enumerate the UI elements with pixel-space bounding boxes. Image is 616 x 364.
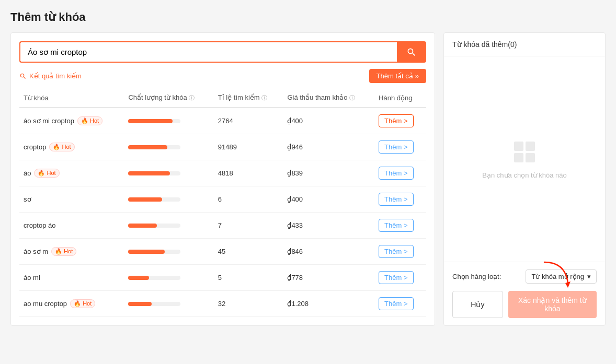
keyword-cell-inner: sơ: [24, 195, 120, 203]
action-cell: Thêm >: [374, 186, 426, 213]
table-row: sơ 6₫400Thêm >: [19, 186, 426, 213]
svg-marker-4: [565, 281, 571, 288]
price-cell: ₫400: [283, 108, 374, 134]
price-cell: ₫778: [283, 265, 374, 291]
results-label-text: Kết quả tìm kiếm: [29, 72, 82, 80]
quality-bar-container: [128, 171, 180, 175]
table-row: áo mi 5₫778Thêm >: [19, 265, 426, 291]
header-row: Từ khóa Chất lượng từ khóa ⓘ Tỉ lệ tìm k…: [19, 88, 426, 108]
table-body: áo sơ mi croptop 🔥 Hot 2764₫400Thêm > cr…: [19, 108, 426, 317]
search-row: Áo sơ mi croptop: [19, 41, 426, 63]
quality-bar-container: [128, 224, 180, 228]
keyword-cell-inner: áo 🔥 Hot: [24, 169, 120, 178]
cancel-button[interactable]: Hủy: [452, 291, 503, 318]
quality-bar: [128, 145, 167, 149]
table-row: croptop 🔥 Hot 91489₫946Thêm >: [19, 134, 426, 160]
svg-rect-2: [514, 153, 523, 162]
table-row: croptop áo 7₫433Thêm >: [19, 213, 426, 239]
keyword-text: áo: [24, 169, 31, 177]
hot-badge: 🔥 Hot: [51, 247, 76, 256]
red-arrow-hint: [539, 260, 571, 288]
search-icon: [406, 47, 417, 57]
action-cell: Thêm >: [374, 265, 426, 291]
keyword-cell-inner: áo sơ mi croptop 🔥 Hot: [24, 116, 120, 125]
quality-bar: [128, 197, 162, 202]
empty-icon: [512, 139, 537, 166]
keyword-text: áo sơ m: [24, 248, 48, 255]
search-rate-cell: 6: [214, 186, 283, 213]
right-panel-footer: Chọn hàng loạt: Từ khóa mở rộng ▾ Hủy Xá…: [444, 262, 605, 325]
add-keyword-button[interactable]: Thêm >: [379, 167, 413, 180]
quality-bar-container: [128, 276, 180, 280]
quality-bar-container: [128, 119, 180, 123]
quality-bar-container: [128, 197, 180, 202]
svg-rect-0: [514, 142, 523, 151]
col-keyword: Từ khóa: [19, 88, 124, 108]
table-row: ao mu croptop 🔥 Hot 32₫1.208Thêm >: [19, 291, 426, 317]
action-cell: Thêm >: [374, 213, 426, 239]
keyword-cell-inner: ao mu croptop 🔥 Hot: [24, 299, 120, 308]
results-row: Kết quả tìm kiếm Thêm tất cả »: [19, 69, 426, 83]
search-small-icon: [19, 73, 27, 80]
keyword-text: croptop: [24, 143, 46, 151]
add-all-label: Thêm tất cả: [377, 72, 413, 80]
confirm-button[interactable]: Xác nhận và thêm từ khóa: [508, 291, 597, 318]
keyword-cell: áo 🔥 Hot: [19, 160, 124, 186]
quality-cell: [124, 134, 213, 160]
keyword-cell-inner: áo mi: [24, 274, 120, 281]
add-keyword-button[interactable]: Thêm >: [379, 271, 413, 284]
add-keyword-button[interactable]: Thêm >: [379, 297, 413, 310]
keywords-table: Từ khóa Chất lượng từ khóa ⓘ Tỉ lệ tìm k…: [19, 88, 426, 317]
quality-bar: [128, 171, 170, 175]
quality-cell: [124, 108, 213, 134]
hot-badge: 🔥 Hot: [70, 299, 95, 308]
main-container: Áo sơ mi croptop Kết quả tìm kiếm Thêm t…: [10, 32, 606, 326]
price-cell: ₫400: [283, 186, 374, 213]
table-row: áo sơ mi croptop 🔥 Hot 2764₫400Thêm >: [19, 108, 426, 134]
quality-cell: [124, 186, 213, 213]
add-keyword-button[interactable]: Thêm >: [379, 140, 413, 154]
add-all-button[interactable]: Thêm tất cả »: [369, 69, 426, 83]
keyword-text: croptop áo: [24, 221, 55, 229]
keyword-text: áo mi: [24, 274, 40, 281]
price-cell: ₫1.208: [283, 291, 374, 317]
price-cell: ₫839: [283, 160, 374, 186]
add-keyword-button[interactable]: Thêm >: [379, 219, 413, 232]
select-row: Chọn hàng loạt: Từ khóa mở rộng ▾: [452, 269, 597, 284]
add-keyword-button[interactable]: Thêm >: [379, 114, 413, 127]
search-rate-cell: 32: [214, 291, 283, 317]
search-rate-cell: 7: [214, 213, 283, 239]
quality-cell: [124, 160, 213, 186]
keyword-cell: áo mi: [19, 265, 124, 291]
search-rate-cell: 4818: [214, 160, 283, 186]
search-rate-cell: 91489: [214, 134, 283, 160]
add-keyword-button[interactable]: Thêm >: [379, 245, 413, 258]
hot-badge: 🔥 Hot: [77, 116, 102, 125]
search-rate-cell: 5: [214, 265, 283, 291]
search-input[interactable]: Áo sơ mi croptop: [19, 41, 397, 63]
page-title: Thêm từ khóa: [10, 10, 606, 24]
col-action: Hành động: [374, 88, 426, 108]
price-help-icon[interactable]: ⓘ: [349, 95, 355, 101]
col-price: Giá thầu tham khảo ⓘ: [283, 88, 374, 108]
hot-badge: 🔥 Hot: [49, 143, 74, 151]
col-search-rate: Tỉ lệ tìm kiếm ⓘ: [214, 88, 283, 108]
action-cell: Thêm >: [374, 134, 426, 160]
keyword-cell: croptop áo: [19, 213, 124, 239]
svg-rect-3: [526, 153, 535, 162]
quality-bar: [128, 224, 157, 228]
action-cell: Thêm >: [374, 108, 426, 134]
search-button[interactable]: [397, 41, 426, 63]
add-keyword-button[interactable]: Thêm >: [379, 193, 413, 206]
keyword-text: sơ: [24, 195, 31, 203]
keyword-cell-inner: croptop áo: [24, 221, 120, 229]
hot-badge: 🔥 Hot: [34, 169, 59, 178]
left-panel: Áo sơ mi croptop Kết quả tìm kiếm Thêm t…: [10, 32, 435, 326]
quality-cell: [124, 291, 213, 317]
quality-help-icon[interactable]: ⓘ: [189, 95, 195, 101]
added-keywords-title: Từ khóa đã thêm(0): [452, 40, 517, 49]
keyword-text: ao mu croptop: [24, 300, 67, 308]
svg-rect-1: [526, 142, 535, 151]
search-rate-help-icon[interactable]: ⓘ: [261, 95, 267, 101]
keyword-text: áo sơ mi croptop: [24, 117, 74, 125]
